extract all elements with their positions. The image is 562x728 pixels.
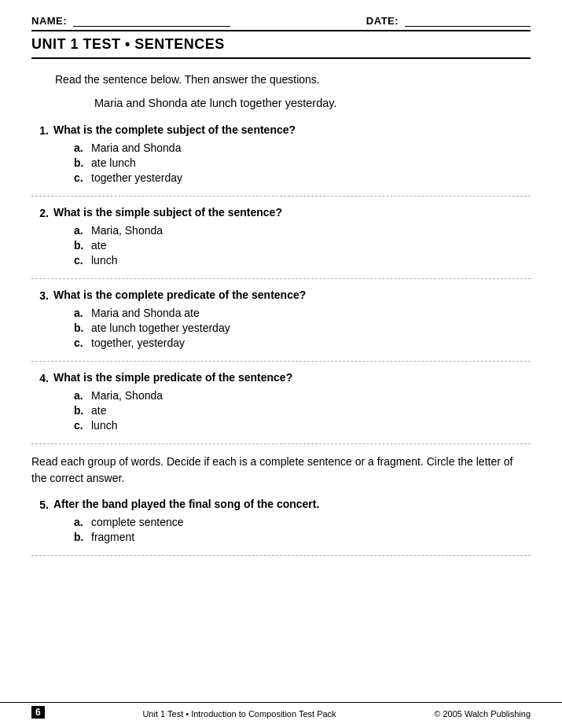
answer-letter-3-2: b. <box>74 322 91 334</box>
question-row-2: 2.What is the simple subject of the sent… <box>31 206 531 219</box>
answer-row-1-3: c.together yesterday <box>74 171 531 184</box>
date-field: DATE: <box>366 14 531 27</box>
question-text-2: What is the simple subject of the senten… <box>53 206 531 219</box>
question2-text-1: After the band played the final song of … <box>53 498 531 510</box>
question-number-4: 4. <box>31 371 53 384</box>
question-section-4: 4.What is the simple predicate of the se… <box>31 371 531 444</box>
intro-text: Read the sentence below. Then answer the… <box>55 73 531 86</box>
question-text-3: What is the complete predicate of the se… <box>53 289 531 301</box>
name-label: NAME: <box>31 15 67 27</box>
answer-text-4-3: lunch <box>91 419 117 432</box>
answer-row-1-1: a.Maria and Shonda <box>74 142 531 154</box>
page-title: UNIT 1 TEST • SENTENCES <box>31 36 225 52</box>
answer2-text-1-1: complete sentence <box>91 516 184 528</box>
answer-letter-2-3: c. <box>74 254 91 267</box>
answer-letter-1-1: a. <box>74 142 91 154</box>
answer-text-3-2: ate lunch together yesterday <box>91 322 230 334</box>
answer2-row-1-2: b.fragment <box>74 531 531 543</box>
answer-text-2-1: Maria, Shonda <box>91 224 163 237</box>
answer-text-3-1: Maria and Shonda ate <box>91 307 200 319</box>
question2-section-1: 5.After the band played the final song o… <box>31 498 531 556</box>
question-number-3: 3. <box>31 289 53 302</box>
answers-2: a.Maria, Shondab.atec.lunch <box>74 224 531 267</box>
answer-row-2-1: a.Maria, Shonda <box>74 224 531 237</box>
answer-letter-2-1: a. <box>74 224 91 237</box>
question-number-1: 1. <box>31 123 53 137</box>
answer2-text-1-2: fragment <box>91 531 134 543</box>
answers2-1: a.complete sentenceb.fragment <box>74 516 531 543</box>
question-text-1: What is the complete subject of the sent… <box>53 123 531 136</box>
key-sentence: Maria and Shonda ate lunch together yest… <box>94 97 531 109</box>
answer-letter-1-3: c. <box>74 171 91 184</box>
questions-container: 1.What is the complete subject of the se… <box>31 123 531 444</box>
question-row-1: 1.What is the complete subject of the se… <box>31 123 531 137</box>
answer-text-3-3: together, yesterday <box>91 336 185 349</box>
answer-row-3-1: a.Maria and Shonda ate <box>74 307 531 319</box>
page: NAME: DATE: UNIT 1 TEST • SENTENCES Read… <box>0 0 562 728</box>
answer-text-4-2: ate <box>91 404 106 417</box>
answer-row-4-2: b.ate <box>74 404 531 417</box>
answer2-letter-1-1: a. <box>74 516 91 528</box>
answer-row-4-3: c.lunch <box>74 419 531 432</box>
answer-letter-4-3: c. <box>74 419 91 432</box>
question-row-3: 3.What is the complete predicate of the … <box>31 289 531 302</box>
answer2-row-1-1: a.complete sentence <box>74 516 531 528</box>
date-line <box>405 26 531 27</box>
answer-text-1-3: together yesterday <box>91 171 182 184</box>
answer-row-3-3: c.together, yesterday <box>74 336 531 349</box>
answer-text-2-3: lunch <box>91 254 117 267</box>
question-section-3: 3.What is the complete predicate of the … <box>31 289 531 362</box>
answers-3: a.Maria and Shonda ateb.ate lunch togeth… <box>74 307 531 349</box>
name-line <box>73 26 230 27</box>
answer-text-2-2: ate <box>91 239 106 252</box>
para-instruction: Read each group of words. Decide if each… <box>31 454 531 487</box>
answer-row-2-2: b.ate <box>74 239 531 252</box>
question2-number-1: 5. <box>31 498 53 511</box>
question-row-4: 4.What is the simple predicate of the se… <box>31 371 531 384</box>
answer-text-1-2: ate lunch <box>91 156 136 169</box>
answer-letter-3-3: c. <box>74 336 91 349</box>
title-bar: UNIT 1 TEST • SENTENCES <box>31 36 531 59</box>
name-field: NAME: <box>31 14 230 27</box>
question-text-4: What is the simple predicate of the sent… <box>53 371 531 384</box>
answer-letter-1-2: b. <box>74 156 91 169</box>
answer-row-1-2: b.ate lunch <box>74 156 531 169</box>
question-section-2: 2.What is the simple subject of the sent… <box>31 206 531 279</box>
answer-letter-2-2: b. <box>74 239 91 252</box>
question-number-2: 2. <box>31 206 53 219</box>
page-number: 6 <box>31 706 45 719</box>
answers-1: a.Maria and Shondab.ate lunchc.together … <box>74 142 531 184</box>
question-section-1: 1.What is the complete subject of the se… <box>31 123 531 197</box>
date-label: DATE: <box>366 15 399 27</box>
answer-text-4-1: Maria, Shonda <box>91 389 163 402</box>
answer-letter-4-2: b. <box>74 404 91 417</box>
question2-row-1: 5.After the band played the final song o… <box>31 498 531 511</box>
footer-title: Unit 1 Test • Introduction to Compositio… <box>142 709 336 719</box>
answer-row-2-3: c.lunch <box>74 254 531 267</box>
answer-letter-4-1: a. <box>74 389 91 402</box>
answer-row-3-2: b.ate lunch together yesterday <box>74 322 531 334</box>
footer-copyright: © 2005 Walch Publishing <box>434 709 531 719</box>
footer: 6 Unit 1 Test • Introduction to Composit… <box>0 702 562 719</box>
answer-row-4-1: a.Maria, Shonda <box>74 389 531 402</box>
header: NAME: DATE: <box>31 14 531 31</box>
answer-letter-3-1: a. <box>74 307 91 319</box>
answers-4: a.Maria, Shondab.atec.lunch <box>74 389 531 432</box>
answer-text-1-1: Maria and Shonda <box>91 142 181 154</box>
questions2-container: 5.After the band played the final song o… <box>31 498 531 556</box>
answer2-letter-1-2: b. <box>74 531 91 543</box>
